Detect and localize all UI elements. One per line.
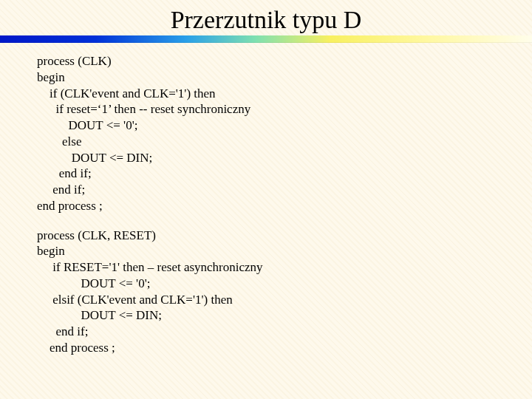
code-block-sync: process (CLK) begin if (CLK'event and CL…: [37, 53, 532, 214]
page-title: Przerzutnik typu D: [171, 6, 362, 34]
code-block-async: process (CLK, RESET) begin if RESET='1' …: [37, 228, 532, 356]
gradient-divider: [0, 35, 532, 43]
content-area: process (CLK) begin if (CLK'event and CL…: [0, 43, 532, 356]
spacer: [37, 214, 532, 228]
title-area: Przerzutnik typu D: [0, 0, 532, 34]
